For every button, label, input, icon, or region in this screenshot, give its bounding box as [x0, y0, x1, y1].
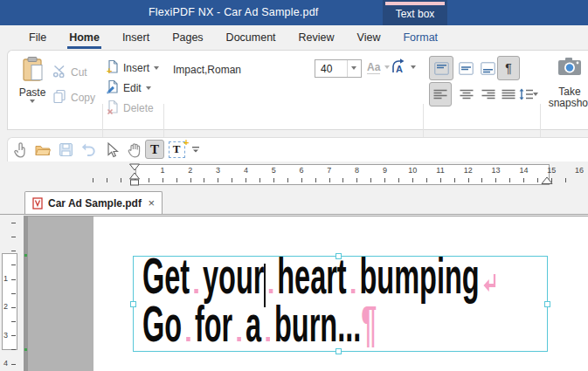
- ruler-tick: [273, 178, 274, 182]
- headline-line-1[interactable]: Getyourheartbumping: [142, 251, 496, 301]
- ruler-tick: [468, 178, 469, 182]
- contextual-tab-label[interactable]: Text box: [383, 8, 447, 20]
- valign-bottom-icon: [481, 62, 495, 75]
- justify-icon: [502, 89, 515, 100]
- close-tab-icon[interactable]: ×: [148, 197, 155, 209]
- resize-handle-left[interactable]: [130, 301, 136, 307]
- text-tool-glyph: T: [150, 142, 159, 157]
- align-left-button[interactable]: [429, 82, 452, 106]
- menu-tab-document[interactable]: Document: [215, 25, 287, 50]
- valign-top-button[interactable]: [429, 56, 453, 80]
- svg-text:A: A: [396, 64, 403, 74]
- text-tool[interactable]: T: [145, 140, 164, 159]
- cut-button[interactable]: Cut: [52, 64, 87, 80]
- change-case-label: Aa: [367, 61, 380, 74]
- undo-icon: [81, 142, 96, 157]
- font-name-combobox[interactable]: Impact,Roman: [173, 64, 241, 76]
- font-size-dropdown[interactable]: [347, 60, 361, 77]
- pan-hand-icon: [127, 141, 142, 158]
- text-caret: [264, 264, 266, 307]
- open-file-button[interactable]: [33, 140, 52, 159]
- ruler-tick: [315, 178, 316, 182]
- document-tab[interactable]: Car Ad Sample.pdf ×: [24, 191, 163, 214]
- document-tab-bar: Car Ad Sample.pdf ×: [0, 188, 588, 214]
- ruler-number: 14: [519, 166, 528, 175]
- change-case-button[interactable]: Aa: [367, 61, 391, 74]
- menu-tab-file[interactable]: File: [17, 25, 58, 50]
- add-text-box-tool[interactable]: T +: [167, 140, 186, 159]
- hand-point-icon: [13, 141, 28, 158]
- menu-tab-view[interactable]: View: [346, 25, 392, 50]
- ruler-tick: [11, 223, 16, 223]
- selected-text-box[interactable]: Getyourheartbumping Goforaburn...¶: [133, 256, 548, 352]
- ruler-tick: [370, 178, 371, 182]
- ruler-tick: [287, 178, 288, 182]
- ribbon: Paste Cut Copy Edit + Insert: [0, 50, 588, 129]
- paste-button[interactable]: Paste: [12, 56, 52, 104]
- toolbar-overflow-button[interactable]: [189, 140, 203, 159]
- menu-tab-insert[interactable]: Insert: [111, 25, 161, 50]
- edit-page-label: Edit: [123, 82, 142, 94]
- font-size-combobox[interactable]: 40: [315, 59, 362, 78]
- page-edit-icon: [107, 79, 119, 97]
- ruler-number: 13: [492, 166, 501, 175]
- ruler-number: 3: [216, 166, 220, 175]
- document-tab-label: Car Ad Sample.pdf: [48, 197, 142, 210]
- ruler-tick: [11, 279, 16, 280]
- scissors-icon: [52, 64, 66, 80]
- page-delete-icon: [107, 100, 119, 117]
- take-snapshot-label: Take snapshot: [545, 86, 588, 109]
- undo-button[interactable]: [79, 140, 98, 159]
- clipboard-icon: [21, 56, 44, 86]
- select-tool[interactable]: [101, 140, 121, 159]
- space-mark: [190, 251, 203, 301]
- indent-markers[interactable]: [128, 163, 141, 187]
- valign-bottom-button[interactable]: [475, 56, 500, 80]
- ruler-tick: [259, 178, 260, 182]
- hand-point-tool[interactable]: [10, 140, 30, 159]
- ruler-number: 4: [3, 359, 8, 368]
- edit-page-button[interactable]: Edit: [107, 79, 152, 97]
- ruler-tick: [537, 178, 538, 182]
- guide-dot: [24, 348, 27, 351]
- delete-page-button[interactable]: Delete: [107, 100, 154, 117]
- cursor-arrow-icon: [104, 141, 119, 158]
- menu-tab-format[interactable]: Format: [391, 25, 449, 50]
- insert-page-button[interactable]: + Insert: [107, 59, 160, 77]
- right-indent-marker[interactable]: [541, 176, 553, 185]
- add-text-glyph: T: [173, 142, 181, 156]
- pan-tool[interactable]: [124, 140, 143, 159]
- menu-tab-pages[interactable]: Pages: [161, 25, 214, 50]
- ruler-tick: [11, 364, 16, 365]
- copy-button[interactable]: Copy: [52, 89, 95, 106]
- ruler-tick: [11, 265, 16, 265]
- save-button[interactable]: [56, 140, 75, 159]
- align-center-button[interactable]: [455, 82, 478, 106]
- quick-access-toolbar: T T +: [0, 137, 588, 161]
- ruler-number: 3: [3, 331, 8, 340]
- pdf-document-icon: [32, 197, 43, 210]
- ruler-tick: [218, 178, 218, 182]
- menu-tab-home[interactable]: Home: [58, 25, 111, 50]
- align-right-icon: [481, 89, 495, 100]
- line-spacing-options[interactable]: [531, 84, 540, 105]
- valign-middle-button[interactable]: [453, 56, 478, 80]
- ruler-tick: [329, 178, 330, 182]
- resize-handle-bottom[interactable]: [336, 348, 342, 354]
- chevron-down-icon: [146, 86, 152, 91]
- page-add-icon: +: [107, 59, 119, 77]
- headline-line-2[interactable]: Goforaburn...¶: [142, 299, 377, 349]
- contextual-tab-accent-strip: [385, 2, 445, 5]
- camera-icon: [557, 57, 582, 80]
- cut-label: Cut: [71, 66, 87, 79]
- resize-handle-right[interactable]: [544, 301, 550, 307]
- ruler-tick: [149, 178, 149, 182]
- ruler-tick: [384, 178, 385, 182]
- text-direction-button[interactable]: A: [391, 58, 417, 77]
- take-snapshot-button[interactable]: Take snapshot: [545, 57, 588, 109]
- resize-handle-top[interactable]: [336, 253, 342, 259]
- menu-tab-review[interactable]: Review: [287, 25, 346, 50]
- ruler-tick: [190, 178, 191, 182]
- ruler-tick: [11, 237, 16, 237]
- show-formatting-marks-button[interactable]: ¶: [497, 56, 520, 80]
